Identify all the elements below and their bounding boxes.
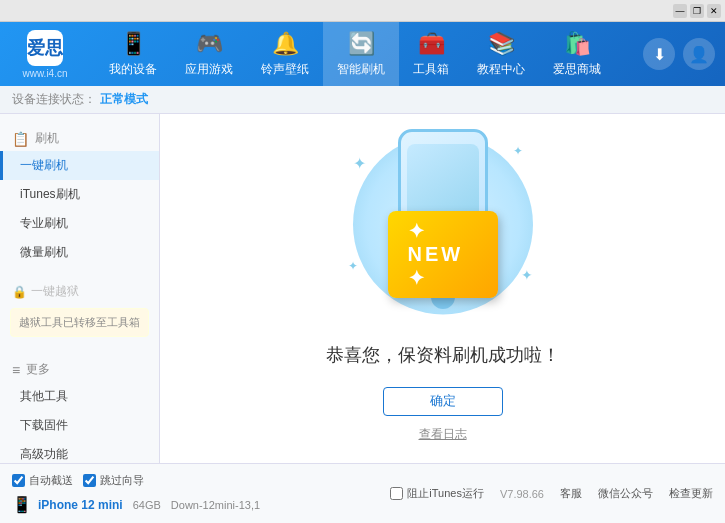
nav-shop[interactable]: 🛍️ 爱思商城 <box>539 22 615 86</box>
sidebar-section-more: ≡ 更多 <box>0 357 159 382</box>
sidebar-item-advanced[interactable]: 高级功能 <box>0 440 159 463</box>
via-wizard-checkbox[interactable]: 跳过向导 <box>83 473 144 488</box>
statusbar: 设备连接状态： 正常模式 <box>0 86 725 114</box>
app-container: 爱思 www.i4.cn 📱 我的设备 🎮 应用游戏 🔔 铃声壁纸 🔄 智能刷机 <box>0 22 725 523</box>
user-button[interactable]: 👤 <box>683 38 715 70</box>
nav-tutorials-label: 教程中心 <box>477 61 525 78</box>
confirm-button[interactable]: 确定 <box>383 387 503 416</box>
bottom-checkboxes: 自动截送 跳过向导 <box>12 473 260 488</box>
device-firmware: Down-12mini-13,1 <box>171 499 260 511</box>
sparkle-4: ✦ <box>521 267 533 283</box>
sidebar-section-flash: 📋 刷机 <box>0 126 159 151</box>
navbar: 爱思 www.i4.cn 📱 我的设备 🎮 应用游戏 🔔 铃声壁纸 🔄 智能刷机 <box>0 22 725 86</box>
lock-icon: 🔒 <box>12 285 27 299</box>
device-info: 📱 iPhone 12 mini 64GB Down-12mini-13,1 <box>12 495 260 514</box>
bottom-right: 阻止iTunes运行 V7.98.66 客服 微信公众号 检查更新 <box>390 486 713 501</box>
device-capacity: 64GB <box>133 499 161 511</box>
more-section-icon: ≡ <box>12 362 20 378</box>
version-text: V7.98.66 <box>500 488 544 500</box>
user-icon: 👤 <box>689 45 709 64</box>
shop-icon: 🛍️ <box>564 31 591 57</box>
via-wizard-input[interactable] <box>83 474 96 487</box>
bottom-bar: 自动截送 跳过向导 📱 iPhone 12 mini 64GB Down-12m… <box>0 463 725 523</box>
sidebar-item-micro-flash[interactable]: 微量刷机 <box>0 238 159 267</box>
smart-flash-icon: 🔄 <box>348 31 375 57</box>
my-device-icon: 📱 <box>120 31 147 57</box>
auto-close-input[interactable] <box>12 474 25 487</box>
titlebar: — ❐ ✕ <box>0 0 725 22</box>
sidebar-jailbreak-section: 🔒 一键越狱 <box>0 279 159 304</box>
auto-close-checkbox[interactable]: 自动截送 <box>12 473 73 488</box>
check-update-link[interactable]: 检查更新 <box>669 486 713 501</box>
nav-items: 📱 我的设备 🎮 应用游戏 🔔 铃声壁纸 🔄 智能刷机 🧰 工具箱 📚 <box>95 22 643 86</box>
nav-toolbox-label: 工具箱 <box>413 61 449 78</box>
logo-text: 爱思 <box>27 36 63 60</box>
wechat-link[interactable]: 微信公众号 <box>598 486 653 501</box>
nav-tutorials[interactable]: 📚 教程中心 <box>463 22 539 86</box>
nav-smart-flash[interactable]: 🔄 智能刷机 <box>323 22 399 86</box>
customer-service-link[interactable]: 客服 <box>560 486 582 501</box>
new-badge-text: ✦ NEW ✦ <box>388 211 498 298</box>
status-value: 正常模式 <box>100 91 148 108</box>
new-badge: ✦ NEW ✦ <box>388 211 498 298</box>
sidebar: 📋 刷机 一键刷机 iTunes刷机 专业刷机 微量刷机 🔒 一键越狱 越狱工具… <box>0 114 160 463</box>
retry-link[interactable]: 查看日志 <box>419 426 467 443</box>
restore-button[interactable]: ❐ <box>690 4 704 18</box>
sparkle-1: ✦ <box>353 154 366 173</box>
toolbox-icon: 🧰 <box>418 31 445 57</box>
sidebar-item-one-click-flash[interactable]: 一键刷机 <box>0 151 159 180</box>
device-name: iPhone 12 mini <box>38 498 123 512</box>
nav-my-device-label: 我的设备 <box>109 61 157 78</box>
logo-icon: 爱思 <box>27 30 63 66</box>
status-label: 设备连接状态： <box>12 91 96 108</box>
flash-section-icon: 📋 <box>12 131 29 147</box>
nav-apps-label: 应用游戏 <box>185 61 233 78</box>
no-itunes-label: 阻止iTunes运行 <box>407 486 484 501</box>
ringtone-icon: 🔔 <box>272 31 299 57</box>
close-button[interactable]: ✕ <box>707 4 721 18</box>
sidebar-item-pro-flash[interactable]: 专业刷机 <box>0 209 159 238</box>
nav-ringtones-label: 铃声壁纸 <box>261 61 309 78</box>
nav-apps-games[interactable]: 🎮 应用游戏 <box>171 22 247 86</box>
sidebar-item-itunes-flash[interactable]: iTunes刷机 <box>0 180 159 209</box>
sidebar-item-download-firmware[interactable]: 下载固件 <box>0 411 159 440</box>
apps-icon: 🎮 <box>196 31 223 57</box>
nav-shop-label: 爱思商城 <box>553 61 601 78</box>
no-itunes-input[interactable] <box>390 487 403 500</box>
via-wizard-label: 跳过向导 <box>100 473 144 488</box>
nav-right: ⬇ 👤 <box>643 38 715 70</box>
nav-smart-flash-label: 智能刷机 <box>337 61 385 78</box>
jailbreak-label: 一键越狱 <box>31 283 79 300</box>
sparkle-2: ✦ <box>513 144 523 158</box>
success-text: 恭喜您，保资料刷机成功啦！ <box>326 343 560 367</box>
flash-section-label: 刷机 <box>35 130 59 147</box>
sidebar-item-other-tools[interactable]: 其他工具 <box>0 382 159 411</box>
logo-url: www.i4.cn <box>22 68 67 79</box>
minimize-button[interactable]: — <box>673 4 687 18</box>
sparkle-3: ✦ <box>348 259 358 273</box>
main-panel: ✦ ✦ ✦ ✦ ✦ NEW ✦ 恭喜您，保资料刷机成功啦！ 确定 查看日 <box>160 114 725 463</box>
jailbreak-notice: 越狱工具已转移至工具箱 <box>10 308 149 337</box>
nav-my-device[interactable]: 📱 我的设备 <box>95 22 171 86</box>
success-illustration: ✦ ✦ ✦ ✦ ✦ NEW ✦ <box>333 134 553 323</box>
download-icon: ⬇ <box>653 45 666 64</box>
download-button[interactable]: ⬇ <box>643 38 675 70</box>
logo: 爱思 www.i4.cn <box>10 30 80 79</box>
more-section-label: 更多 <box>26 361 50 378</box>
content-area: 📋 刷机 一键刷机 iTunes刷机 专业刷机 微量刷机 🔒 一键越狱 越狱工具… <box>0 114 725 463</box>
bottom-left: 自动截送 跳过向导 📱 iPhone 12 mini 64GB Down-12m… <box>12 473 260 514</box>
device-icon: 📱 <box>12 495 32 514</box>
no-itunes-row: 阻止iTunes运行 <box>390 486 484 501</box>
nav-ringtones[interactable]: 🔔 铃声壁纸 <box>247 22 323 86</box>
auto-close-label: 自动截送 <box>29 473 73 488</box>
nav-toolbox[interactable]: 🧰 工具箱 <box>399 22 463 86</box>
tutorials-icon: 📚 <box>488 31 515 57</box>
